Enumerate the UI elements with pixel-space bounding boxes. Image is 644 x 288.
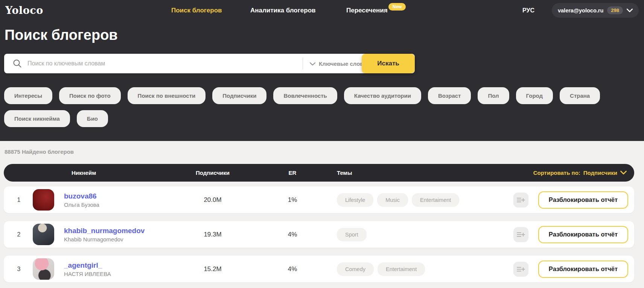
table-header: Никнейм Подписчики ER Темы Сортировать п… [4,164,634,182]
topics-list: Comedy Entertaiment [337,262,425,276]
blogger-names: _agentgirl_ НАСТЯ ИВЛЕЕВА [64,261,111,277]
row-rank: 2 [4,221,34,248]
avatar[interactable] [33,258,54,280]
table-row: 2 khabib_nurmagomedov Khabib Nurmagomedo… [4,221,634,248]
search-icon [12,59,22,68]
blogger-names: khabib_nurmagomedov Khabib Nurmagomedov [64,227,145,243]
filter-engagement[interactable]: Вовлеченность [273,87,337,104]
results-section: 88875 Найдено блогеров Никнейм Подписчик… [0,141,644,288]
topic-tag: Lifestyle [337,193,373,207]
username-link[interactable]: _agentgirl_ [64,261,111,270]
sort-label: Сортировать по: [533,170,580,176]
filter-row-2: Поиск никнейма Био [4,110,108,127]
chevron-down-icon [310,61,315,67]
search-divider [303,58,303,70]
filter-bio[interactable]: Био [77,110,108,127]
yoloco-logo[interactable]: Yoloco [5,0,43,21]
search-bar: Ключевые слова Искать [4,54,415,73]
column-header-er: ER [281,164,304,182]
followers-value: 20.0M [184,186,241,213]
filter-nickname-search[interactable]: Поиск никнейма [4,110,70,127]
list-plus-icon [517,197,525,203]
filter-row-1: Интересы Поиск по фото Поиск по внешност… [4,87,600,104]
unlock-report-button[interactable]: Разблокировать отчёт [538,261,628,278]
top-dark-section: Yoloco Поиск блогеров Аналитика блогеров… [0,0,644,141]
unlock-report-button[interactable]: Разблокировать отчёт [538,226,628,243]
filter-city[interactable]: Город [516,87,553,104]
avatar[interactable] [33,189,54,211]
filter-gender[interactable]: Пол [478,87,509,104]
filter-audience-quality[interactable]: Качество аудитории [344,87,421,104]
account-menu[interactable]: valera@yoloco.ru 298 [552,3,639,18]
avatar[interactable] [33,224,54,245]
filter-age[interactable]: Возраст [428,87,471,104]
topic-tag: Sport [337,228,367,241]
unlock-report-button[interactable]: Разблокировать отчёт [538,191,628,209]
topic-tag: Entertaiment [412,193,459,207]
account-email: valera@yoloco.ru [558,8,603,14]
nav-intersections-label: Пересечения [346,7,388,14]
page-title: Поиск блогеров [5,27,118,43]
filter-country[interactable]: Страна [560,87,600,104]
search-mode-label: Ключевые слова [319,61,367,67]
column-header-topics: Темы [337,164,352,182]
add-to-list-button[interactable] [513,227,528,242]
filter-photo-search[interactable]: Поиск по фото [59,87,121,104]
nav-intersections[interactable]: Пересечения New [346,0,388,21]
topics-list: Sport [337,228,367,241]
column-header-nickname: Никнейм [72,164,96,182]
full-name: Ольга Бузова [64,202,99,208]
new-badge: New [388,3,406,11]
row-rank: 1 [4,186,34,213]
er-value: 4% [281,221,304,248]
full-name: Khabib Nurmagomedov [64,236,145,243]
username-link[interactable]: khabib_nurmagomedov [64,227,145,235]
nav-search-bloggers[interactable]: Поиск блогеров [171,0,222,21]
sort-value: Подписчики [583,170,617,176]
language-switcher[interactable]: РУС [522,0,534,21]
filter-interests[interactable]: Интересы [4,87,52,104]
er-value: 4% [281,256,304,282]
topic-tag: Comedy [337,262,374,276]
filter-followers[interactable]: Подписчики [212,87,266,104]
table-row: 3 _agentgirl_ НАСТЯ ИВЛЕЕВА 15.2M 4% Com… [4,256,634,282]
nav-blogger-analytics[interactable]: Аналитика блогеров [250,0,316,21]
followers-value: 15.2M [184,256,241,282]
row-rank: 3 [4,256,34,282]
list-plus-icon [517,266,525,273]
table-row: 1 buzova86 Ольга Бузова 20.0M 1% Lifesty… [4,186,634,213]
sort-control[interactable]: Сортировать по: Подписчики [533,164,627,182]
list-plus-icon [517,231,525,238]
er-value: 1% [281,186,304,213]
topic-tag: Music [377,193,408,207]
filter-appearance[interactable]: Поиск по внешности [128,87,206,104]
add-to-list-button[interactable] [513,262,528,277]
followers-value: 19.3M [184,221,241,248]
search-submit-button[interactable]: Искать [362,54,415,73]
search-mode-select[interactable]: Ключевые слова [310,54,367,73]
topics-list: Lifestyle Music Entertaiment [337,193,459,207]
account-count-badge: 298 [607,6,623,14]
chevron-down-icon [620,170,627,176]
chevron-down-icon [627,9,633,12]
add-to-list-button[interactable] [513,193,528,208]
blogger-names: buzova86 Ольга Бузова [64,192,99,208]
topic-tag: Entertaiment [378,262,425,276]
full-name: НАСТЯ ИВЛЕЕВА [64,271,111,277]
username-link[interactable]: buzova86 [64,192,99,200]
results-count: 88875 Найдено блогеров [5,149,74,155]
column-header-followers: Подписчики [184,164,241,182]
